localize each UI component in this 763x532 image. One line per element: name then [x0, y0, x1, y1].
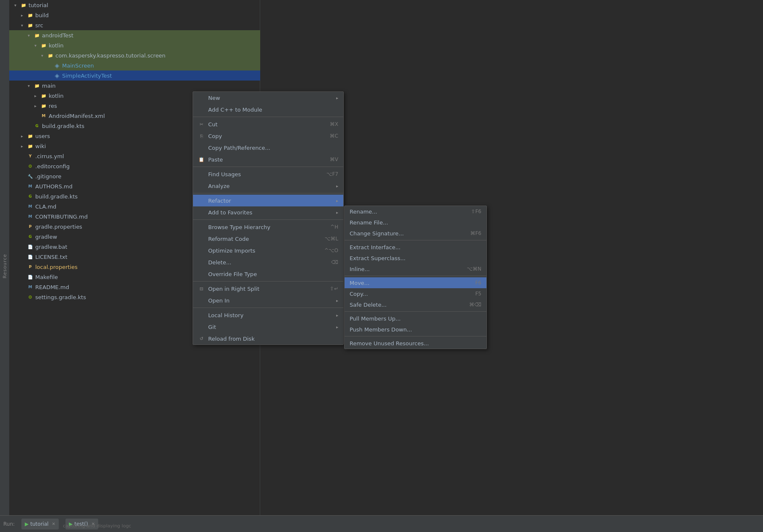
resource-panel-label: Resource	[0, 0, 9, 532]
bottom-bar: Run: ▶tutorial✕▶test()✕capturing and dis…	[0, 515, 763, 532]
tree-item-src[interactable]: 📁src	[9, 20, 260, 30]
refactor-item-safe_delete[interactable]: Safe Delete...⌘⌫	[345, 299, 486, 310]
ctx-item-paste[interactable]: 📋Paste⌘V	[193, 154, 343, 165]
ctx-item-new[interactable]: New▸	[193, 92, 343, 104]
refactor-item-rename_file[interactable]: Rename File...	[345, 217, 486, 228]
run-tab-tutorial[interactable]: ▶tutorial✕	[21, 519, 59, 529]
ctx-item-analyze[interactable]: Analyze▸	[193, 180, 343, 192]
refactor-item-extract_interface[interactable]: Extract Interface...	[345, 242, 486, 253]
refactor-item-extract_superclass[interactable]: Extract Superclass...	[345, 253, 486, 263]
ctx-item-cut[interactable]: ✂Cut⌘X	[193, 118, 343, 130]
ctx-item-optimize_imports[interactable]: Optimize Imports^⌥O	[193, 245, 343, 256]
ctx-item-delete[interactable]: Delete...⌫	[193, 256, 343, 268]
ctx-item-override_file_type[interactable]: Override File Type	[193, 268, 343, 280]
bottom-log-text: capturing and displaying logc	[63, 523, 131, 529]
ctx-item-reload_from_disk[interactable]: ↺Reload from Disk	[193, 333, 343, 344]
ctx-item-local_history[interactable]: Local History▸	[193, 309, 343, 321]
refactor-item-remove_unused[interactable]: Remove Unused Resources...	[345, 338, 486, 349]
ctx-item-find_usages[interactable]: Find Usages⌥F7	[193, 168, 343, 180]
refactor-item-move[interactable]: Move...F6	[345, 277, 486, 288]
tree-item-SimpleActivityTest[interactable]: ◈SimpleActivityTest	[9, 70, 260, 81]
ctx-item-add_favorites[interactable]: Add to Favorites▸	[193, 206, 343, 218]
refactor-item-inline[interactable]: Inline...⌥⌘N	[345, 263, 486, 274]
tree-item-main[interactable]: 📁main	[9, 81, 260, 91]
run-tab-close-tutorial[interactable]: ✕	[52, 522, 55, 526]
ctx-item-copy_path[interactable]: Copy Path/Reference...	[193, 142, 343, 154]
refactor-item-pull_members_up[interactable]: Pull Members Up...	[345, 313, 486, 324]
refactor-item-push_members_down[interactable]: Push Members Down...	[345, 324, 486, 335]
ctx-item-refactor[interactable]: Refactor▸	[193, 195, 343, 206]
ctx-item-reformat[interactable]: Reformat Code⌥⌘L	[193, 233, 343, 245]
ctx-item-git[interactable]: Git▸	[193, 321, 343, 333]
tree-item-MainScreen[interactable]: ◈MainScreen	[9, 60, 260, 70]
ctx-item-browse_hierarchy[interactable]: Browse Type Hierarchy^H	[193, 221, 343, 233]
refactor-submenu: Rename...⇧F6Rename File...Change Signatu…	[344, 206, 487, 349]
tree-item-com.kaspersky.kaspresso.tutorial.screen[interactable]: 📁com.kaspersky.kaspresso.tutorial.screen	[9, 50, 260, 60]
tree-item-kotlin[interactable]: 📁kotlin	[9, 40, 260, 50]
ctx-item-add_cpp[interactable]: Add C++ to Module	[193, 104, 343, 115]
refactor-item-rename[interactable]: Rename...⇧F6	[345, 206, 486, 217]
tree-item-androidTest[interactable]: 📁androidTest	[9, 30, 260, 40]
tree-item-build[interactable]: 📁build	[9, 10, 260, 20]
ctx-item-open_right_split[interactable]: ⊟Open in Right Split⇧↵	[193, 283, 343, 295]
ctx-item-open_in[interactable]: Open In▸	[193, 295, 343, 306]
run-label: Run:	[3, 521, 15, 527]
refactor-item-change_signature[interactable]: Change Signature...⌘F6	[345, 228, 486, 239]
context-menu: New▸Add C++ to Module✂Cut⌘X⎘Copy⌘CCopy P…	[193, 91, 344, 345]
ctx-item-copy[interactable]: ⎘Copy⌘C	[193, 130, 343, 142]
tree-item-tutorial[interactable]: 📁tutorial	[9, 0, 260, 10]
refactor-item-copy[interactable]: Copy...F5	[345, 288, 486, 299]
